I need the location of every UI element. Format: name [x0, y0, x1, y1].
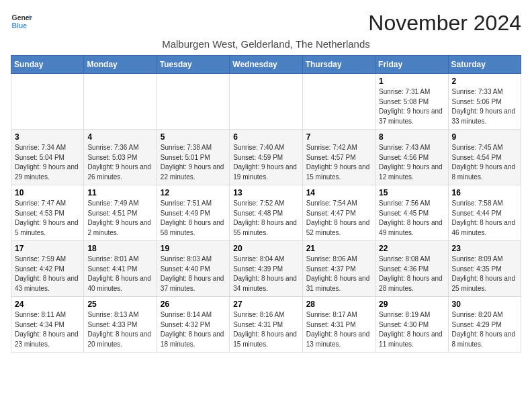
calendar-cell: 7Sunrise: 7:42 AMSunset: 4:57 PMDaylight…: [302, 130, 375, 185]
day-number: 23: [452, 244, 517, 253]
calendar-cell: 12Sunrise: 7:51 AMSunset: 4:49 PMDayligh…: [157, 185, 229, 241]
calendar-cell: 20Sunrise: 8:04 AMSunset: 4:39 PMDayligh…: [230, 241, 302, 297]
day-info: Sunrise: 7:52 AMSunset: 4:48 PMDaylight:…: [233, 199, 298, 238]
day-info: Sunrise: 8:03 AMSunset: 4:40 PMDaylight:…: [161, 255, 226, 293]
day-info: Sunrise: 8:09 AMSunset: 4:35 PMDaylight:…: [452, 255, 517, 293]
weekday-header-sunday: Sunday: [11, 56, 84, 74]
day-info: Sunrise: 7:49 AMSunset: 4:51 PMDaylight:…: [87, 199, 152, 238]
calendar-cell: 15Sunrise: 7:56 AMSunset: 4:45 PMDayligh…: [375, 185, 448, 241]
calendar-cell: 25Sunrise: 8:13 AMSunset: 4:33 PMDayligh…: [84, 297, 157, 353]
day-info: Sunrise: 7:43 AMSunset: 4:56 PMDaylight:…: [379, 143, 444, 182]
calendar-cell: 18Sunrise: 8:01 AMSunset: 4:41 PMDayligh…: [84, 241, 157, 297]
calendar-cell: 8Sunrise: 7:43 AMSunset: 4:56 PMDaylight…: [375, 130, 448, 185]
day-info: Sunrise: 7:59 AMSunset: 4:42 PMDaylight:…: [15, 255, 80, 293]
day-number: 19: [161, 244, 226, 253]
day-number: 29: [379, 300, 444, 309]
calendar-cell: 17Sunrise: 7:59 AMSunset: 4:42 PMDayligh…: [11, 241, 84, 297]
day-number: 12: [161, 188, 226, 197]
weekday-header-saturday: Saturday: [448, 56, 521, 74]
day-info: Sunrise: 7:40 AMSunset: 4:59 PMDaylight:…: [233, 143, 298, 182]
day-number: 13: [233, 188, 298, 197]
day-number: 16: [452, 188, 517, 197]
calendar-cell: 29Sunrise: 8:19 AMSunset: 4:30 PMDayligh…: [375, 297, 448, 353]
day-number: 26: [161, 300, 226, 309]
calendar-cell: 24Sunrise: 8:11 AMSunset: 4:34 PMDayligh…: [11, 297, 84, 353]
day-number: 6: [233, 132, 298, 142]
calendar-cell: [302, 74, 375, 130]
day-number: 28: [306, 300, 371, 309]
title-area: November 2024: [368, 11, 521, 36]
day-number: 20: [233, 244, 298, 253]
logo-icon: General Blue: [11, 11, 32, 32]
day-number: 5: [161, 132, 226, 142]
calendar-cell: 27Sunrise: 8:16 AMSunset: 4:31 PMDayligh…: [230, 297, 302, 353]
weekday-header-friday: Friday: [375, 56, 448, 74]
day-info: Sunrise: 8:11 AMSunset: 4:34 PMDaylight:…: [15, 310, 80, 349]
page-header: General Blue November 2024: [11, 11, 521, 36]
calendar-table: SundayMondayTuesdayWednesdayThursdayFrid…: [11, 55, 521, 353]
calendar-cell: 23Sunrise: 8:09 AMSunset: 4:35 PMDayligh…: [448, 241, 521, 297]
day-number: 2: [452, 77, 517, 86]
day-info: Sunrise: 7:54 AMSunset: 4:47 PMDaylight:…: [306, 199, 371, 238]
calendar-cell: 28Sunrise: 8:17 AMSunset: 4:31 PMDayligh…: [302, 297, 375, 353]
day-info: Sunrise: 8:04 AMSunset: 4:39 PMDaylight:…: [233, 255, 298, 293]
day-number: 1: [379, 77, 444, 86]
calendar-cell: 1Sunrise: 7:31 AMSunset: 5:08 PMDaylight…: [375, 74, 448, 130]
calendar-cell: 9Sunrise: 7:45 AMSunset: 4:54 PMDaylight…: [448, 130, 521, 185]
weekday-header-thursday: Thursday: [302, 56, 375, 74]
day-number: 25: [87, 300, 152, 309]
day-info: Sunrise: 8:20 AMSunset: 4:29 PMDaylight:…: [452, 310, 517, 349]
calendar-cell: 3Sunrise: 7:34 AMSunset: 5:04 PMDaylight…: [11, 130, 84, 185]
day-info: Sunrise: 7:51 AMSunset: 4:49 PMDaylight:…: [161, 199, 226, 238]
day-info: Sunrise: 8:14 AMSunset: 4:32 PMDaylight:…: [161, 310, 226, 349]
day-number: 14: [306, 188, 371, 197]
calendar-cell: 6Sunrise: 7:40 AMSunset: 4:59 PMDaylight…: [230, 130, 302, 185]
calendar-cell: 21Sunrise: 8:06 AMSunset: 4:37 PMDayligh…: [302, 241, 375, 297]
weekday-header-monday: Monday: [84, 56, 157, 74]
day-info: Sunrise: 8:01 AMSunset: 4:41 PMDaylight:…: [87, 255, 152, 293]
calendar-cell: 26Sunrise: 8:14 AMSunset: 4:32 PMDayligh…: [157, 297, 229, 353]
day-info: Sunrise: 7:33 AMSunset: 5:06 PMDaylight:…: [452, 87, 517, 126]
calendar-cell: 2Sunrise: 7:33 AMSunset: 5:06 PMDaylight…: [448, 74, 521, 130]
day-number: 18: [87, 244, 152, 253]
day-number: 7: [306, 132, 371, 142]
day-info: Sunrise: 7:38 AMSunset: 5:01 PMDaylight:…: [161, 143, 226, 182]
day-info: Sunrise: 7:34 AMSunset: 5:04 PMDaylight:…: [15, 143, 80, 182]
day-number: 8: [379, 132, 444, 142]
day-number: 10: [15, 188, 80, 197]
day-info: Sunrise: 8:08 AMSunset: 4:36 PMDaylight:…: [379, 255, 444, 293]
location-subtitle: Malburgen West, Gelderland, The Netherla…: [11, 38, 521, 50]
day-number: 27: [233, 300, 298, 309]
calendar-cell: [230, 74, 302, 130]
calendar-cell: 11Sunrise: 7:49 AMSunset: 4:51 PMDayligh…: [84, 185, 157, 241]
calendar-cell: 5Sunrise: 7:38 AMSunset: 5:01 PMDaylight…: [157, 130, 229, 185]
calendar-cell: 16Sunrise: 7:58 AMSunset: 4:44 PMDayligh…: [448, 185, 521, 241]
day-number: 9: [452, 132, 517, 142]
day-number: 22: [379, 244, 444, 253]
day-info: Sunrise: 7:47 AMSunset: 4:53 PMDaylight:…: [15, 199, 80, 238]
day-number: 30: [452, 300, 517, 309]
calendar-cell: [84, 74, 157, 130]
day-info: Sunrise: 8:13 AMSunset: 4:33 PMDaylight:…: [87, 310, 152, 349]
day-number: 17: [15, 244, 80, 253]
day-info: Sunrise: 8:19 AMSunset: 4:30 PMDaylight:…: [379, 310, 444, 349]
calendar-cell: 10Sunrise: 7:47 AMSunset: 4:53 PMDayligh…: [11, 185, 84, 241]
day-info: Sunrise: 7:45 AMSunset: 4:54 PMDaylight:…: [452, 143, 517, 182]
day-info: Sunrise: 7:42 AMSunset: 4:57 PMDaylight:…: [306, 143, 371, 182]
day-info: Sunrise: 8:17 AMSunset: 4:31 PMDaylight:…: [306, 310, 371, 349]
day-info: Sunrise: 7:36 AMSunset: 5:03 PMDaylight:…: [87, 143, 152, 182]
calendar-cell: [157, 74, 229, 130]
calendar-cell: 4Sunrise: 7:36 AMSunset: 5:03 PMDaylight…: [84, 130, 157, 185]
calendar-cell: 30Sunrise: 8:20 AMSunset: 4:29 PMDayligh…: [448, 297, 521, 353]
day-number: 21: [306, 244, 371, 253]
calendar-cell: 14Sunrise: 7:54 AMSunset: 4:47 PMDayligh…: [302, 185, 375, 241]
day-number: 4: [87, 132, 152, 142]
calendar-cell: [11, 74, 84, 130]
logo: General Blue: [11, 11, 32, 32]
day-number: 24: [15, 300, 80, 309]
day-info: Sunrise: 7:56 AMSunset: 4:45 PMDaylight:…: [379, 199, 444, 238]
calendar-cell: 19Sunrise: 8:03 AMSunset: 4:40 PMDayligh…: [157, 241, 229, 297]
month-title: November 2024: [368, 11, 521, 36]
svg-text:Blue: Blue: [12, 22, 28, 30]
day-number: 15: [379, 188, 444, 197]
